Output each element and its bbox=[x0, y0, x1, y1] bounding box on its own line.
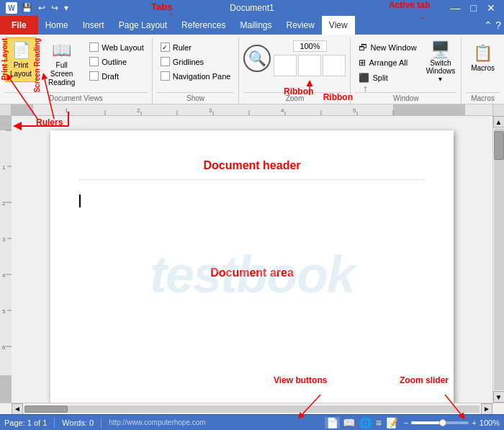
undo-qa-btn[interactable]: ↩ bbox=[37, 3, 47, 13]
ribbon: 📄 PrintLayout 📖 Full ScreenReading Web L… bbox=[0, 35, 504, 104]
zoom-slider-fill bbox=[411, 421, 440, 424]
zoom-slider-group: − + 100% bbox=[404, 418, 500, 427]
page-count: Page: 1 of 1 bbox=[4, 418, 47, 427]
document-page: testbook Document header Document area bbox=[50, 130, 454, 403]
ruler-row: 1 2 3 4 5 bbox=[0, 104, 504, 116]
zoom-slider-thumb[interactable] bbox=[439, 419, 446, 426]
draft-btn[interactable]: Draft bbox=[86, 69, 148, 83]
tabs-annotation-label: Tabs bbox=[151, 1, 172, 12]
read-view-btn[interactable]: 📖 bbox=[341, 417, 356, 429]
web-view-btn[interactable]: 🌐 bbox=[358, 417, 373, 429]
document-title: Document1 bbox=[230, 3, 274, 13]
svg-rect-21 bbox=[0, 375, 12, 403]
draft-check bbox=[89, 71, 99, 81]
print-view-btn[interactable]: 📄 bbox=[325, 417, 340, 429]
nav-pane-btn[interactable]: Navigation Pane bbox=[157, 69, 235, 83]
macros-btn[interactable]: 📋 Macros bbox=[466, 40, 500, 76]
draft-label: Draft bbox=[102, 72, 119, 81]
gridlines-check bbox=[161, 57, 170, 66]
scroll-left-btn[interactable]: ◄ bbox=[12, 403, 23, 415]
zoom-one-page-btn[interactable] bbox=[274, 55, 297, 76]
svg-text:1: 1 bbox=[65, 107, 68, 114]
show-buttons: ✓ Ruler Gridlines Navigation Pane bbox=[157, 40, 235, 83]
switch-windows-btn[interactable]: SwitchWindows ▾ bbox=[425, 59, 457, 83]
close-btn[interactable]: ✕ bbox=[484, 3, 498, 13]
arrange-all-label: Arrange All bbox=[369, 58, 408, 67]
zoom-minus-btn[interactable]: − bbox=[404, 418, 408, 427]
zoom-slider-track[interactable] bbox=[411, 421, 469, 424]
scroll-thumb[interactable] bbox=[494, 131, 504, 160]
ruler-vertical: 1 2 3 4 5 6 bbox=[0, 116, 12, 403]
split-icon: ⬛ bbox=[359, 73, 369, 83]
zoom-magnifier-btn[interactable]: 🔍 bbox=[243, 45, 271, 72]
tab-references[interactable]: References bbox=[174, 16, 233, 35]
tab-insert[interactable]: Insert bbox=[76, 16, 112, 35]
scroll-track[interactable] bbox=[494, 128, 504, 390]
full-screen-icon: 📖 bbox=[52, 41, 71, 60]
new-window-btn[interactable]: 🗗 New Window bbox=[355, 40, 420, 55]
help-btn[interactable]: ? bbox=[495, 19, 501, 31]
scroll-up-btn[interactable]: ▲ bbox=[493, 116, 505, 127]
tab-mailings[interactable]: Mailings bbox=[233, 16, 279, 35]
status-divider-1 bbox=[54, 418, 55, 428]
outline-btn[interactable]: Outline bbox=[86, 55, 148, 68]
web-layout-btn[interactable]: Web Layout bbox=[86, 40, 148, 54]
scroll-down-btn[interactable]: ▼ bbox=[493, 391, 505, 403]
scrollbar-vertical: ▲ ▼ bbox=[492, 116, 504, 403]
redo-qa-btn[interactable]: ↪ bbox=[50, 3, 60, 13]
scroll-h-track[interactable] bbox=[24, 406, 480, 413]
ruler-btn[interactable]: ✓ Ruler bbox=[157, 40, 235, 54]
arrange-all-icon: ⊞ bbox=[359, 58, 366, 68]
outline-view-btn[interactable]: ≡ bbox=[374, 417, 383, 429]
zoom-two-page-btn[interactable] bbox=[298, 55, 321, 76]
document-area-label: Document area bbox=[79, 266, 425, 279]
outline-label: Outline bbox=[102, 58, 127, 66]
svg-text:6: 6 bbox=[2, 344, 6, 351]
window-content: 🗗 New Window ⊞ Arrange All ⬛ Split 🖥️ Sw… bbox=[355, 37, 456, 91]
status-right: 📄 📖 🌐 ≡ 📝 − + 100% bbox=[325, 417, 500, 429]
svg-rect-1 bbox=[12, 104, 33, 116]
zoom-page-width-btn[interactable] bbox=[323, 55, 346, 76]
status-divider-2 bbox=[101, 418, 102, 428]
document-views-label: Document Views bbox=[4, 92, 148, 104]
maximize-btn[interactable]: □ bbox=[468, 3, 480, 13]
full-screen-reading-btn[interactable]: 📖 Full ScreenReading bbox=[40, 37, 83, 91]
more-qa-btn[interactable]: ▾ bbox=[63, 3, 70, 13]
tab-view[interactable]: View bbox=[322, 16, 355, 35]
scroll-h-thumb[interactable] bbox=[24, 406, 68, 413]
view-small-buttons: Web Layout Outline Draft bbox=[86, 40, 148, 83]
switch-windows-icon[interactable]: 🖥️ bbox=[431, 40, 450, 59]
show-label: Show bbox=[157, 92, 235, 104]
new-window-icon: 🗗 bbox=[359, 42, 367, 53]
svg-rect-2 bbox=[393, 104, 465, 116]
ribbon-group-window: 🗗 New Window ⊞ Arrange All ⬛ Split 🖥️ Sw… bbox=[351, 37, 462, 104]
print-layout-btn[interactable]: 📄 PrintLayout bbox=[4, 37, 37, 82]
arrange-all-btn[interactable]: ⊞ Arrange All bbox=[355, 55, 420, 70]
svg-text:4: 4 bbox=[2, 272, 6, 279]
ruler-label: Ruler bbox=[173, 43, 192, 52]
outline-check bbox=[89, 57, 99, 66]
draft-view-btn[interactable]: 📝 bbox=[384, 417, 400, 429]
ribbon-group-document-views: 📄 PrintLayout 📖 Full ScreenReading Web L… bbox=[0, 37, 153, 104]
menu-bar: File Home Insert Page Layout References … bbox=[0, 16, 504, 35]
gridlines-label: Gridlines bbox=[173, 58, 204, 66]
file-menu-btn[interactable]: File bbox=[0, 16, 38, 35]
tab-page-layout[interactable]: Page Layout bbox=[112, 16, 174, 35]
web-layout-label: Web Layout bbox=[102, 43, 144, 52]
svg-text:5: 5 bbox=[2, 308, 6, 315]
scroll-right-btn[interactable]: ► bbox=[481, 403, 492, 415]
tab-home[interactable]: Home bbox=[38, 16, 76, 35]
svg-text:5: 5 bbox=[353, 107, 356, 114]
save-qa-btn[interactable]: 💾 bbox=[20, 3, 34, 13]
ribbon-collapse-btn[interactable]: ⌃ bbox=[484, 19, 492, 31]
gridlines-btn[interactable]: Gridlines bbox=[157, 55, 235, 68]
document-header-section: Document header bbox=[79, 159, 425, 180]
zoom-100-btn[interactable]: 100% bbox=[293, 40, 326, 52]
tab-review[interactable]: Review bbox=[279, 16, 321, 35]
split-btn[interactable]: ⬛ Split bbox=[355, 71, 420, 85]
svg-rect-19 bbox=[0, 116, 12, 403]
zoom-percentage: 100% bbox=[480, 418, 500, 427]
zoom-plus-btn[interactable]: + bbox=[472, 418, 476, 427]
minimize-btn[interactable]: — bbox=[448, 3, 464, 13]
zoom-label: Zoom bbox=[243, 92, 346, 104]
